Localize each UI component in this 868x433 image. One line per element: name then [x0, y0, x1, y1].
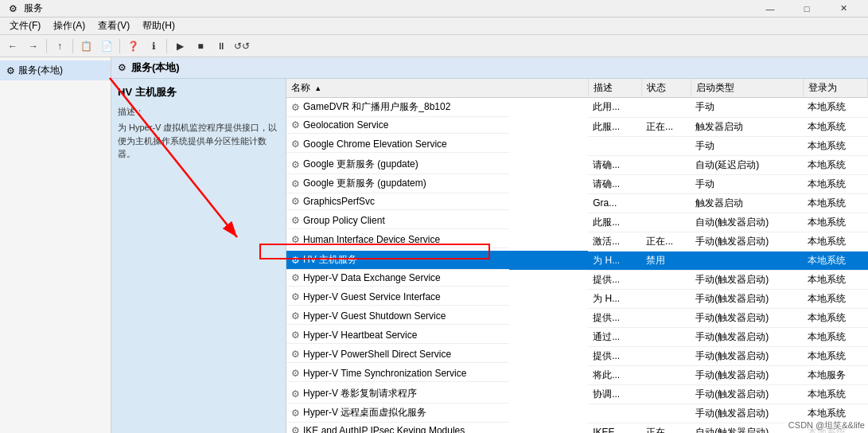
cell-status — [641, 308, 691, 327]
table-row[interactable]: ⚙Hyper-V PowerShell Direct Service提供...手… — [286, 346, 868, 365]
table-row[interactable]: ⚙Hyper-V Heartbeat Service通过...手动(触发器启动)… — [286, 327, 868, 346]
table-row[interactable]: ⚙GameDVR 和广播用户服务_8b102此用...手动本地系统 — [286, 98, 868, 118]
cell-status — [641, 155, 691, 174]
service-name: Hyper-V Guest Shutdown Service — [303, 310, 446, 322]
table-row[interactable]: ⚙Hyper-V 远程桌面虚拟化服务手动(触发器启动)本地系统 — [286, 404, 868, 423]
cell-name: ⚙Hyper-V Heartbeat Service — [286, 327, 509, 344]
gear-icon: ⚙ — [291, 272, 300, 283]
table-row[interactable]: ⚙Geolocation Service此服...正在...触发器启动本地系统 — [286, 117, 868, 136]
cell-startup: 手动(触发器启动) — [691, 232, 803, 251]
cell-name: ⚙Geolocation Service — [286, 117, 509, 134]
up-button[interactable]: ↑ — [50, 37, 69, 55]
cell-name: ⚙Hyper-V 卷影复制请求程序 — [286, 384, 509, 404]
service-name: Hyper-V PowerShell Direct Service — [303, 349, 451, 360]
cell-startup: 手动 — [691, 136, 803, 155]
gear-icon: ⚙ — [291, 196, 300, 207]
cell-desc: 请确... — [588, 174, 641, 193]
cell-name: ⚙Hyper-V PowerShell Direct Service — [286, 346, 509, 363]
close-button[interactable]: ✕ — [825, 0, 862, 18]
cell-startup: 自动(延迟启动) — [691, 155, 803, 174]
cell-desc: 为 H... — [588, 251, 641, 270]
forward-button[interactable]: → — [24, 37, 43, 55]
back-button[interactable]: ← — [3, 37, 22, 55]
content-area: ⚙ 服务(本地) HV 主机服务 描述： 为 Hyper-V 虚拟机监控程序提供… — [111, 57, 868, 433]
cell-startup — [691, 251, 803, 270]
cell-startup: 手动(触发器启动) — [691, 346, 803, 365]
table-row[interactable]: ⚙Google Chrome Elevation Service手动本地系统 — [286, 136, 868, 155]
cell-desc — [588, 404, 641, 423]
table-row[interactable]: ⚙HV 主机服务为 H...禁用本地系统 — [286, 251, 868, 270]
table-row[interactable]: ⚙GraphicsPerfSvcGra...触发器启动本地系统 — [286, 193, 868, 213]
cell-desc: 协调... — [588, 384, 641, 404]
nav-item-label: 服务(本地) — [18, 64, 63, 77]
pause-button[interactable]: ⏸ — [212, 37, 231, 55]
cell-name: ⚙Hyper-V Guest Service Interface — [286, 289, 509, 306]
cell-login: 本地系统 — [803, 136, 867, 155]
cell-name: ⚙Google 更新服务 (gupdate) — [286, 155, 509, 174]
table-row[interactable]: ⚙Hyper-V Time Synchronization Service将此.… — [286, 365, 868, 384]
show-hide-button[interactable]: 📋 — [76, 37, 95, 55]
service-name: IKE and AuthIP IPsec Keying Modules — [303, 425, 465, 433]
gear-icon: ⚙ — [291, 425, 300, 433]
menu-view[interactable]: 查看(V) — [91, 18, 136, 34]
menu-help[interactable]: 帮助(H) — [136, 18, 181, 34]
cell-status: 禁用 — [641, 251, 691, 270]
stop-button[interactable]: ■ — [191, 37, 210, 55]
service-name: Hyper-V 远程桌面虚拟化服务 — [303, 406, 426, 419]
col-status[interactable]: 状态 — [641, 79, 691, 98]
gear-icon: ⚙ — [291, 388, 300, 400]
split-pane: HV 主机服务 描述： 为 Hyper-V 虚拟机监控程序提供接口，以便为主机操… — [111, 79, 868, 433]
cell-startup: 自动(触发器启动) — [691, 213, 803, 232]
service-name: Google 更新服务 (gupdate) — [303, 158, 418, 171]
service-name: Hyper-V Data Exchange Service — [303, 272, 441, 283]
cell-startup: 手动(触发器启动) — [691, 308, 803, 327]
cell-desc: 此服... — [588, 117, 641, 136]
table-row[interactable]: ⚙Group Policy Client此服...自动(触发器启动)本地系统 — [286, 213, 868, 232]
table-row[interactable]: ⚙IKE and AuthIP IPsec Keying ModulesIKEE… — [286, 423, 868, 433]
cell-desc: 此服... — [588, 213, 641, 232]
help-button[interactable]: ❓ — [123, 37, 142, 55]
cell-login: 本地服务 — [803, 365, 867, 384]
col-desc[interactable]: 描述 — [588, 79, 641, 98]
export-button[interactable]: 📄 — [97, 37, 116, 55]
title-bar: ⚙ 服务 — □ ✕ — [0, 0, 868, 18]
play-button[interactable]: ▶ — [170, 37, 189, 55]
table-row[interactable]: ⚙Google 更新服务 (gupdate)请确...自动(延迟启动)本地系统 — [286, 155, 868, 174]
cell-desc: 提供... — [588, 346, 641, 365]
cell-desc: 此用... — [588, 98, 641, 118]
col-login[interactable]: 登录为 — [803, 79, 867, 98]
cell-name: ⚙GraphicsPerfSvc — [286, 193, 509, 210]
col-name[interactable]: 名称 ▲ — [286, 79, 588, 98]
restart-button[interactable]: ↺↺ — [232, 37, 251, 55]
table-row[interactable]: ⚙Hyper-V Guest Service Interface为 H...手动… — [286, 289, 868, 308]
col-startup[interactable]: 启动类型 — [691, 79, 803, 98]
properties-button[interactable]: ℹ — [144, 37, 163, 55]
menu-file[interactable]: 文件(F) — [3, 18, 47, 34]
service-name: Hyper-V 卷影复制请求程序 — [303, 387, 417, 400]
cell-status — [641, 213, 691, 232]
service-name: GraphicsPerfSvc — [303, 196, 375, 207]
cell-desc: IKEE... — [588, 423, 641, 433]
cell-name: ⚙Hyper-V Data Exchange Service — [286, 270, 509, 287]
info-desc-text: 为 Hyper-V 虚拟机监控程序提供接口，以便为主机操作系统提供单分区性能计数… — [118, 121, 279, 161]
minimize-button[interactable]: — — [752, 0, 788, 18]
table-row[interactable]: ⚙Hyper-V 卷影复制请求程序协调...手动(触发器启动)本地系统 — [286, 384, 868, 404]
cell-login: 本地系统 — [803, 384, 867, 404]
menu-action[interactable]: 操作(A) — [47, 18, 91, 34]
cell-desc: 提供... — [588, 308, 641, 327]
maximize-button[interactable]: □ — [788, 0, 825, 18]
app-icon: ⚙ — [6, 2, 19, 15]
table-row[interactable]: ⚙Hyper-V Guest Shutdown Service提供...手动(触… — [286, 308, 868, 327]
nav-item-services[interactable]: ⚙ 服务(本地) — [0, 60, 111, 80]
table-row[interactable]: ⚙Human Interface Device Service激活...正在..… — [286, 232, 868, 251]
table-row[interactable]: ⚙Google 更新服务 (gupdatem)请确...手动本地系统 — [286, 174, 868, 193]
cell-desc: 将此... — [588, 365, 641, 384]
cell-name: ⚙Google 更新服务 (gupdatem) — [286, 174, 509, 193]
info-desc-label: 描述： — [118, 106, 279, 118]
nav-panel: ⚙ 服务(本地) — [0, 57, 111, 433]
gear-icon: ⚙ — [291, 330, 300, 341]
cell-status — [641, 289, 691, 308]
cell-startup: 手动(触发器启动) — [691, 270, 803, 289]
content-header-title: 服务(本地) — [131, 60, 180, 75]
table-row[interactable]: ⚙Hyper-V Data Exchange Service提供...手动(触发… — [286, 270, 868, 289]
